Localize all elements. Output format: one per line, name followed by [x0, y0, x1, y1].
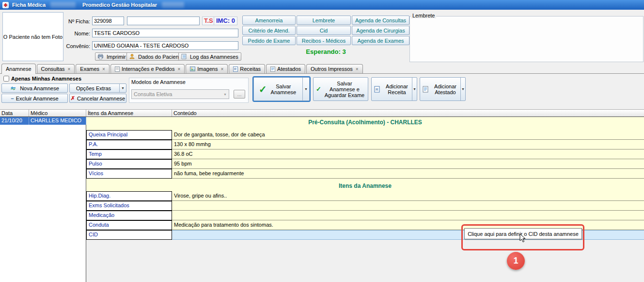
tab-exames[interactable]: Exames×	[76, 64, 110, 73]
anamnese-content-cell[interactable]: 95 bpm	[172, 159, 644, 169]
recibos-medicos-label: Recibos - Médicos	[302, 38, 346, 44]
chevron-down-icon[interactable]: ▼	[302, 78, 309, 100]
salvar-anamnese-button[interactable]: ✓ Salvar Anamnese ▼	[253, 77, 310, 101]
chevron-down-icon[interactable]: ▼	[412, 78, 417, 100]
anamnese-item-cell[interactable]: Vícios	[86, 169, 172, 179]
log-list-icon	[181, 54, 187, 59]
anamnese-content-cell[interactable]: 130 x 80 mmhg	[172, 140, 644, 149]
redacted-text	[50, 2, 76, 8]
excluir-anamnese-button[interactable]: − Excluir Anamnese	[1, 94, 68, 103]
log-anamneses-button[interactable]: Log das Anamneses	[178, 52, 241, 61]
titlebar: Ficha Médica Promedico Gestão Hospitalar	[0, 0, 644, 10]
anamnese-row[interactable]: Queixa Principal Dor de garganta, tosse,…	[86, 130, 644, 140]
col-data[interactable]: Data	[0, 110, 29, 116]
tab-close-icon[interactable]: ×	[102, 66, 105, 72]
tab-close-icon[interactable]: ×	[220, 66, 223, 72]
anamnese-row[interactable]: P.A. 130 x 80 mmhg	[86, 140, 644, 149]
adicionar-receita-button[interactable]: R Adicionar Receita ▼	[371, 77, 417, 101]
anamnese-row[interactable]: Temp 36.8 oC	[86, 149, 644, 159]
prescription-icon: R	[233, 66, 238, 72]
tab-receitas[interactable]: R Receitas	[229, 64, 265, 73]
tab-atestados[interactable]: Atestados	[266, 64, 305, 73]
modelos-anamnese-label: Modelos de Anamnese	[129, 78, 248, 85]
agenda-exames-button[interactable]: Agenda de Exames	[352, 36, 409, 45]
document-icon	[115, 66, 120, 72]
anamnese-item-cell[interactable]: Queixa Principal	[86, 130, 172, 140]
tab-close-icon[interactable]: ×	[68, 66, 71, 72]
tab-internacoes[interactable]: Internações e Pedidos×	[110, 64, 185, 73]
anamnese-item-cell[interactable]: Hip.Diag.	[86, 191, 172, 201]
nome-input[interactable]	[92, 29, 238, 37]
anamnese-row[interactable]: Hip.Diag. Virose, gripe ou afins..	[86, 191, 644, 201]
app-name: Promedico Gestão Hospitalar	[82, 2, 157, 8]
col-itens[interactable]: Ítens da Anamnese	[86, 110, 172, 116]
anamnese-row[interactable]: Vícios não fuma, bebe regularmente	[86, 169, 644, 179]
anamnese-content-cell[interactable]: 36.8 oC	[172, 149, 644, 159]
modelos-browse-button[interactable]: ...	[234, 90, 245, 99]
criterio-atend-button[interactable]: Critério de Atend.	[242, 26, 296, 35]
anamnese-item-cell[interactable]: Exms Solicitados	[86, 201, 172, 211]
cancelar-anamnese-label: Cancelar Anamnese	[77, 96, 125, 101]
tab-imagens[interactable]: Imagens×	[186, 64, 228, 73]
lembrete-group-label: Lembrete	[411, 13, 436, 18]
tab-consultas[interactable]: Consultas×	[37, 64, 75, 73]
anamnese-item-cell[interactable]: Temp	[86, 149, 172, 159]
annotation-step-badge: 1	[507, 252, 525, 270]
anamnese-content-cell[interactable]	[172, 211, 644, 220]
anamnese-row[interactable]: Exms Solicitados	[86, 201, 644, 211]
col-medico[interactable]: Médico	[29, 110, 86, 116]
agenda-consultas-label: Agenda de Consultas	[355, 17, 406, 23]
chevron-down-icon[interactable]: ▼	[119, 84, 126, 92]
anamnese-row[interactable]: Pulso 95 bpm	[86, 159, 644, 169]
tab-anamnese[interactable]: Anamnese	[1, 64, 36, 74]
ficha-secondary-input[interactable]	[127, 17, 200, 25]
agenda-consultas-button[interactable]: Agenda de Consultas	[352, 16, 409, 25]
cancelar-anamnese-button[interactable]: ✗ Cancelar Anamnese	[69, 94, 126, 103]
tab-close-icon[interactable]: ×	[177, 66, 180, 72]
salvar-aguardar-exame-button[interactable]: ✓ Salvar Anamnese e Aguardar Exame	[313, 77, 368, 101]
lembrete-button[interactable]: Lembrete	[297, 16, 351, 25]
anamnese-content-cell[interactable]: Virose, gripe ou afins..	[172, 191, 644, 201]
opcoes-extras-button[interactable]: Opções Extras ▼	[69, 83, 126, 93]
opcoes-extras-label: Opções Extras	[70, 85, 117, 91]
amenorreia-label: Amenorreia	[255, 17, 283, 23]
certificate-icon	[423, 86, 428, 93]
imprimir-button[interactable]: Imprimir	[95, 52, 129, 61]
apenas-minhas-checkbox[interactable]	[3, 76, 9, 82]
lembrete-panel[interactable]	[409, 16, 644, 62]
anamnese-list-row[interactable]: 21/10/20 CHARLLES MEDICO	[0, 117, 86, 125]
chevron-down-icon[interactable]: ▼	[460, 78, 465, 100]
tab-close-icon[interactable]: ×	[356, 66, 359, 72]
certificate-icon	[270, 66, 275, 72]
anamnese-content-cell[interactable]: não fuma, bebe regularmente	[172, 169, 644, 179]
adicionar-atestado-button[interactable]: Adicionar Atestado ▼	[420, 77, 466, 101]
anamnese-item-cell[interactable]: Pulso	[86, 159, 172, 169]
amenorreia-button[interactable]: Amenorreia	[242, 16, 296, 25]
anamnese-list-panel[interactable]	[0, 125, 86, 282]
dados-paciente-button[interactable]: Dados do Paciente	[126, 52, 186, 61]
row-medico: CHARLLES MEDICO	[29, 117, 86, 125]
ts-badge[interactable]: T.S	[202, 17, 215, 25]
ficha-input[interactable]	[92, 17, 124, 25]
printer-icon	[98, 54, 103, 59]
anamnese-item-cell[interactable]: Medicação	[86, 211, 172, 220]
col-conteudo[interactable]: Conteúdo	[172, 110, 644, 116]
cid-button[interactable]: Cid	[297, 26, 351, 35]
recibos-medicos-button[interactable]: Recibos - Médicos	[297, 36, 351, 45]
agenda-cirurgias-button[interactable]: Agenda de Cirurgias	[352, 26, 409, 35]
imc-badge[interactable]: IMC: 0	[214, 17, 237, 25]
tab-outros-impressos[interactable]: Outros Impressos×	[306, 64, 363, 73]
red-x-icon: ✗	[71, 95, 75, 101]
nova-anamnese-button[interactable]: Nova Anamnese	[1, 83, 68, 93]
convenio-input[interactable]	[92, 41, 238, 50]
anamnese-item-cell[interactable]: Conduta	[86, 220, 172, 230]
modelos-anamnese-select[interactable]: Consulta Eletiva ▼	[131, 89, 229, 99]
anamnese-item-cell[interactable]: P.A.	[86, 140, 172, 149]
anamnese-content-cell[interactable]	[172, 201, 644, 211]
anamnese-content-cell[interactable]: Dor de garganta, tosse, dor de cabeça	[172, 130, 644, 140]
anamnese-row[interactable]: Medicação	[86, 211, 644, 220]
tab-exames-label: Exames	[80, 66, 99, 72]
log-anamneses-label: Log das Anamneses	[190, 54, 238, 60]
anamnese-item-cell[interactable]: CID	[86, 230, 172, 240]
pedido-exame-button[interactable]: Pedido de Exame	[242, 36, 296, 45]
